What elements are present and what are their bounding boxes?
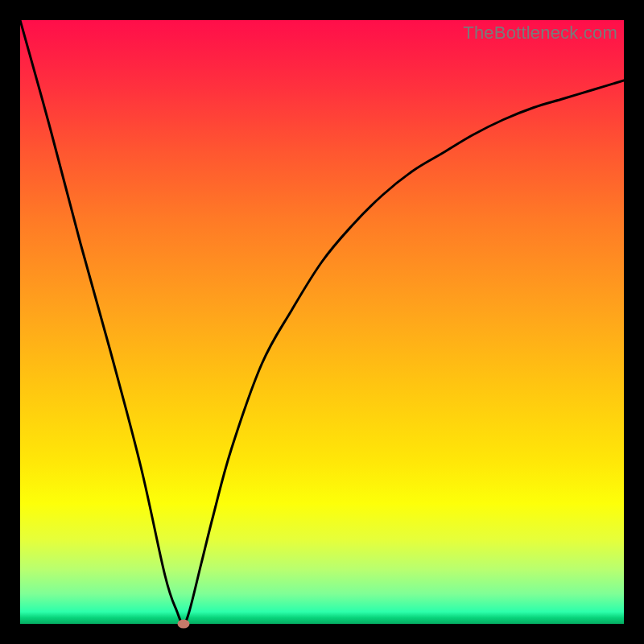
bottleneck-curve	[20, 20, 624, 624]
chart-frame: TheBottleneck.com	[0, 0, 644, 644]
plot-area: TheBottleneck.com	[20, 20, 624, 624]
optimal-point-marker	[177, 620, 189, 629]
